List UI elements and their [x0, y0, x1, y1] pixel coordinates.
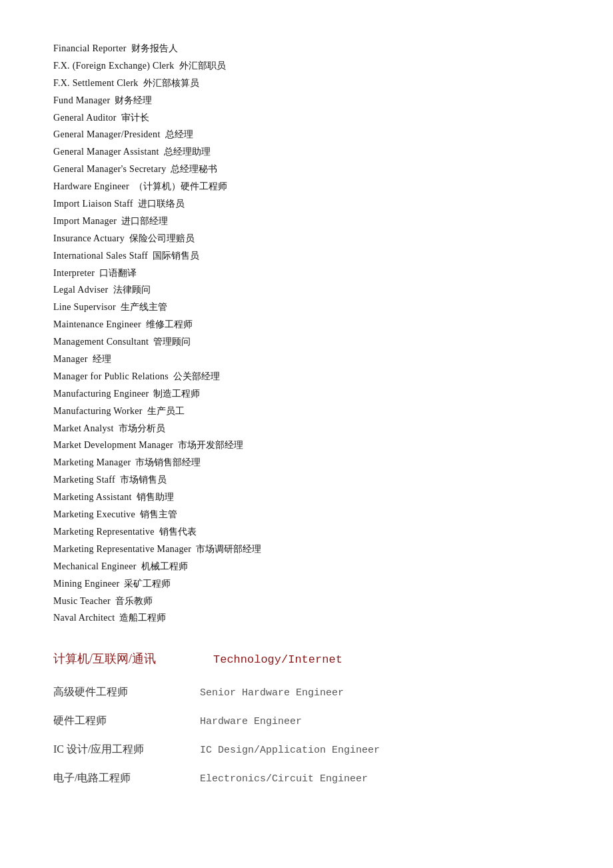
entry-en: Hardware Engineer [200, 716, 302, 727]
job-zh: 外汇部核算员 [143, 78, 199, 88]
job-line: Management Consultant 管理顾问 [53, 333, 560, 351]
job-line: Music Teacher 音乐教师 [53, 593, 560, 610]
job-line: Legal Adviser 法律顾问 [53, 281, 560, 299]
job-en: General Manager/President [53, 129, 161, 139]
job-zh: 法律顾问 [113, 285, 151, 295]
job-line: Marketing Assistant 销售助理 [53, 489, 560, 506]
entry-en: Electronics/Circuit Engineer [200, 773, 368, 785]
job-en: International Sales Staff [53, 251, 148, 261]
job-zh: 总经理助理 [164, 147, 211, 157]
job-en: General Auditor [53, 113, 117, 123]
job-entry-row: 高级硬件工程师Senior Hardware Engineer [53, 685, 560, 699]
job-en: Manufacturing Worker [53, 406, 143, 416]
job-en: Marketing Manager [53, 457, 131, 467]
job-line: Hardware Engineer （计算机）硬件工程师 [53, 178, 560, 195]
job-line: General Manager/President 总经理 [53, 126, 560, 143]
job-en: Market Development Manager [53, 440, 173, 450]
job-line: Marketing Representative 销售代表 [53, 523, 560, 541]
job-zh: 销售助理 [137, 492, 174, 502]
category-row: 计算机/互联网/通讯 Technology/Internet [53, 651, 560, 667]
job-zh: 总经理秘书 [171, 164, 217, 174]
job-zh: 口语翻译 [99, 268, 137, 278]
job-line: Line Supervisor 生产线主管 [53, 299, 560, 316]
job-line: Mechanical Engineer 机械工程师 [53, 558, 560, 575]
job-en: Manager for Public Relations [53, 371, 169, 381]
job-zh: 市场调研部经理 [196, 544, 261, 554]
job-entry-row: IC 设计/应用工程师IC Design/Application Enginee… [53, 743, 560, 757]
job-line: Maintenance Engineer 维修工程师 [53, 316, 560, 333]
job-line: Manufacturing Engineer 制造工程师 [53, 385, 560, 403]
job-en: Mechanical Engineer [53, 561, 137, 571]
job-line: Marketing Staff 市场销售员 [53, 471, 560, 489]
job-en: Music Teacher [53, 596, 111, 606]
job-en: Import Manager [53, 216, 117, 226]
job-line: Naval Architect 造船工程师 [53, 609, 560, 627]
job-entry-row: 硬件工程师Hardware Engineer [53, 714, 560, 728]
job-line: Insurance Actuary 保险公司理赔员 [53, 230, 560, 247]
job-en: Marketing Representative [53, 527, 155, 537]
job-line: Interpreter 口语翻译 [53, 265, 560, 282]
job-line: Marketing Executive 销售主管 [53, 506, 560, 523]
job-zh: 外汇部职员 [179, 61, 226, 71]
job-zh: 音乐教师 [115, 596, 153, 606]
job-en: Manufacturing Engineer [53, 389, 149, 399]
job-en: Marketing Assistant [53, 492, 132, 502]
job-zh: 进口部经理 [121, 216, 168, 226]
job-zh: 审计长 [121, 113, 149, 123]
job-en: Insurance Actuary [53, 233, 125, 243]
job-zh: 制造工程师 [153, 389, 200, 399]
job-en: F.X. (Foreign Exchange) Clerk [53, 61, 175, 71]
job-line: F.X. Settlement Clerk 外汇部核算员 [53, 75, 560, 92]
entry-zh: 电子/电路工程师 [53, 771, 173, 785]
job-zh: 保险公司理赔员 [129, 233, 195, 243]
category-zh: 计算机/互联网/通讯 [53, 651, 173, 667]
job-line: Manager 经理 [53, 351, 560, 368]
job-en: Naval Architect [53, 613, 115, 623]
entry-zh: IC 设计/应用工程师 [53, 743, 173, 757]
job-zh: 财务经理 [115, 95, 152, 105]
job-line: General Manager's Secretary 总经理秘书 [53, 161, 560, 178]
job-zh: 财务报告人 [131, 43, 178, 53]
job-line: Import Manager 进口部经理 [53, 213, 560, 230]
job-entry-row: 电子/电路工程师Electronics/Circuit Engineer [53, 771, 560, 785]
job-en: Marketing Staff [53, 475, 115, 485]
job-zh: 销售主管 [140, 509, 177, 519]
entry-zh: 高级硬件工程师 [53, 685, 173, 699]
job-en: Marketing Executive [53, 509, 135, 519]
job-en: General Manager's Secretary [53, 164, 166, 174]
job-en: Manager [53, 354, 88, 364]
job-en: Interpreter [53, 268, 95, 278]
entry-en: Senior Hardware Engineer [200, 687, 344, 699]
job-line: Manager for Public Relations 公关部经理 [53, 368, 560, 385]
job-en: Fund Manager [53, 95, 110, 105]
job-line: Market Development Manager 市场开发部经理 [53, 437, 560, 454]
job-line: International Sales Staff 国际销售员 [53, 247, 560, 265]
job-en: F.X. Settlement Clerk [53, 78, 139, 88]
job-line: Mining Engineer 采矿工程师 [53, 575, 560, 593]
job-zh: 机械工程师 [141, 561, 188, 571]
job-en: Legal Adviser [53, 285, 109, 295]
job-en: Maintenance Engineer [53, 319, 141, 329]
job-list: Financial Reporter 财务报告人F.X. (Foreign Ex… [53, 40, 560, 627]
job-line: Fund Manager 财务经理 [53, 92, 560, 109]
job-line: General Auditor 审计长 [53, 109, 560, 127]
job-en: Market Analyst [53, 423, 114, 433]
job-zh: 维修工程师 [146, 319, 193, 329]
job-zh: 总经理 [165, 129, 193, 139]
job-en: Import Liaison Staff [53, 199, 133, 209]
job-zh: 管理顾问 [153, 337, 191, 347]
job-line: Marketing Representative Manager 市场调研部经理 [53, 541, 560, 558]
job-zh: 生产员工 [147, 406, 185, 416]
job-en: Management Consultant [53, 337, 149, 347]
job-en: Hardware Engineer [53, 181, 129, 191]
job-zh: 市场分析员 [119, 423, 165, 433]
category-en: Technology/Internet [213, 653, 342, 666]
job-line: General Manager Assistant 总经理助理 [53, 143, 560, 161]
job-zh: 经理 [93, 354, 111, 364]
job-en: Financial Reporter [53, 43, 127, 53]
job-zh: 市场销售员 [120, 475, 167, 485]
job-en: Marketing Representative Manager [53, 544, 191, 554]
job-line: Import Liaison Staff 进口联络员 [53, 195, 560, 213]
job-line: F.X. (Foreign Exchange) Clerk 外汇部职员 [53, 57, 560, 75]
job-zh: 销售代表 [159, 527, 197, 537]
